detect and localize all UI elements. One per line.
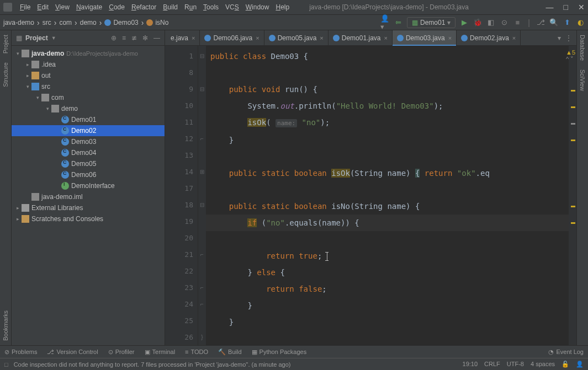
menu-help[interactable]: Help [272, 2, 293, 12]
project-tool-window: ▦ Project ▼ ⊕ ≡ ≢ ✻ — ▾ java-demo D:\Ide… [12, 30, 165, 345]
text-cursor [327, 252, 327, 261]
tree-demo05[interactable]: Demo05 [12, 158, 165, 169]
expand-icon[interactable]: ≢ [131, 34, 137, 42]
coverage-icon[interactable]: ◧ [486, 18, 495, 27]
tool-eventlog[interactable]: ◔Event Log [548, 348, 584, 356]
bc-com[interactable]: com [59, 19, 72, 26]
rail-structure[interactable]: Structure [1, 58, 10, 92]
bc-method[interactable]: isNo [155, 19, 168, 26]
menu-edit[interactable]: Edit [34, 2, 52, 12]
menu-file[interactable]: File [17, 2, 34, 12]
tool-terminal[interactable]: ▣Terminal [145, 348, 176, 356]
tool-vcs[interactable]: ⎇Version Control [47, 348, 98, 356]
tree-com[interactable]: ▾ com [12, 92, 165, 103]
rail-bookmarks[interactable]: Bookmarks [1, 306, 10, 345]
sync-icon[interactable]: ⬆ [563, 18, 571, 27]
bc-class[interactable]: Demo03 [113, 19, 138, 26]
close-icon[interactable]: ✕ [578, 3, 585, 12]
run-icon[interactable]: ▶ [460, 18, 469, 27]
toolwindow-icon[interactable]: □ [4, 361, 8, 368]
stop-icon[interactable]: ■ [513, 18, 522, 27]
toolbar: java-demo› src› com› demo› Demo03› isNo … [0, 15, 588, 30]
error-stripe[interactable]: ▲5 ^ ˅ [569, 46, 576, 345]
tool-python[interactable]: ▦Python Packages [252, 348, 307, 356]
ide-icon[interactable]: ◐ [576, 18, 585, 27]
maximize-icon[interactable]: □ [564, 3, 568, 12]
bc-demo[interactable]: demo [80, 19, 97, 26]
menu-view[interactable]: View [52, 2, 73, 12]
menu-window[interactable]: Window [242, 2, 273, 12]
tree-demo[interactable]: ▾ demo [12, 103, 165, 114]
tab-demo05[interactable]: Demo05.java× [264, 30, 329, 45]
chevron-down-icon[interactable]: ▾ [558, 34, 561, 42]
tool-problems[interactable]: ⊘Problems [4, 348, 37, 356]
git-icon[interactable]: ⎇ [536, 18, 545, 27]
readonly-icon[interactable]: 🔓 [561, 361, 569, 368]
menu-build[interactable]: Build [160, 2, 181, 12]
search-icon[interactable]: 🔍 [549, 18, 558, 27]
tab-demo02[interactable]: Demo02.java× [457, 30, 521, 45]
rail-sciview[interactable]: SciView [578, 65, 587, 95]
tree-scratches[interactable]: ▸ Scratches and Consoles [12, 213, 165, 224]
tree-demo02[interactable]: Demo02 [12, 125, 165, 136]
code-editor[interactable]: public class Demo03 { public void run() … [206, 46, 569, 345]
hammer-icon[interactable]: ⥢ [394, 18, 402, 27]
tab-demo03[interactable]: Demo03.java× [393, 30, 457, 45]
tree-src[interactable]: ▾ src [12, 81, 165, 92]
tab-demo06[interactable]: Demo06.java× [200, 30, 264, 45]
tree-root[interactable]: ▾ java-demo D:\IdeaProjects\java-demo [12, 48, 165, 59]
tree-demo04[interactable]: Demo04 [12, 147, 165, 158]
line-separator[interactable]: CRLF [484, 361, 500, 368]
menu-vcs[interactable]: VCS [222, 2, 242, 12]
menu-refactor[interactable]: Refactor [128, 2, 160, 12]
close-icon[interactable]: × [384, 35, 388, 41]
tree-ext-lib[interactable]: ▸ External Libraries [12, 202, 165, 213]
more-icon[interactable]: ⋮ [565, 34, 572, 42]
user-icon[interactable]: 👤▾ [380, 18, 389, 27]
menu-run[interactable]: Run [181, 2, 200, 12]
right-tool-rail: Database SciView [576, 30, 588, 345]
rail-database[interactable]: Database [578, 30, 587, 65]
close-icon[interactable]: × [512, 35, 516, 41]
target-icon[interactable]: ⊕ [111, 34, 116, 42]
bottom-tool-bar: ⊘Problems ⎇Version Control ⊙Profiler ▣Te… [0, 345, 588, 358]
project-view-icon[interactable]: ▦ [16, 34, 22, 42]
minimize-icon[interactable]: — [546, 3, 554, 12]
menu-tools[interactable]: Tools [200, 2, 222, 12]
tree-idea[interactable]: ▸ .idea [12, 59, 165, 70]
tool-todo[interactable]: ≡TODO [185, 348, 208, 355]
tree-demo03[interactable]: Demo03 [12, 136, 165, 147]
close-icon[interactable]: × [448, 35, 452, 41]
tree-out[interactable]: ▸ out [12, 70, 165, 81]
line-gutter[interactable]: 189101112131417181920212223242526 [165, 46, 198, 345]
close-icon[interactable]: × [320, 35, 323, 41]
fold-gutter[interactable]: ⊟ ⊟ ⌐ ⊞ ⊟ ⌐ ⌐⌐ } [198, 46, 206, 345]
tab-demo01[interactable]: Demo01.java× [329, 30, 393, 45]
tree-demo01[interactable]: Demo01 [12, 114, 165, 125]
bc-project[interactable]: java-demo [3, 19, 34, 26]
tool-profiler[interactable]: ⊙Profiler [108, 348, 135, 356]
menu-code[interactable]: Code [105, 2, 128, 12]
debug-icon[interactable]: 🐞 [473, 18, 482, 27]
gear-icon[interactable]: ✻ [142, 34, 148, 42]
tree-iml[interactable]: java-demo.iml [12, 191, 165, 202]
bc-src[interactable]: src [43, 19, 51, 26]
run-config-dropdown[interactable]: ▦ Demo01 ▾ [407, 17, 455, 28]
hide-icon[interactable]: — [153, 34, 160, 42]
close-icon[interactable]: × [192, 35, 195, 41]
file-encoding[interactable]: UTF-8 [507, 361, 524, 368]
indent-config[interactable]: 4 spaces [531, 361, 555, 368]
tree-demointerface[interactable]: DemoInterface [12, 180, 165, 191]
tree-demo06[interactable]: Demo06 [12, 169, 165, 180]
tab-e[interactable]: e.java× [166, 30, 200, 45]
left-tool-rail: Project Structure Bookmarks [0, 30, 12, 345]
tool-build[interactable]: 🔨Build [218, 348, 241, 356]
profile-icon[interactable]: ⊙ [500, 18, 508, 27]
collapse-icon[interactable]: ≡ [122, 34, 126, 42]
chevron-down-icon[interactable]: ▼ [51, 35, 56, 41]
close-icon[interactable]: × [256, 35, 259, 41]
cursor-position[interactable]: 19:10 [463, 361, 478, 368]
menu-navigate[interactable]: Navigate [73, 2, 105, 12]
inspect-icon[interactable]: 👤 [576, 361, 584, 368]
rail-project[interactable]: Project [1, 30, 10, 58]
